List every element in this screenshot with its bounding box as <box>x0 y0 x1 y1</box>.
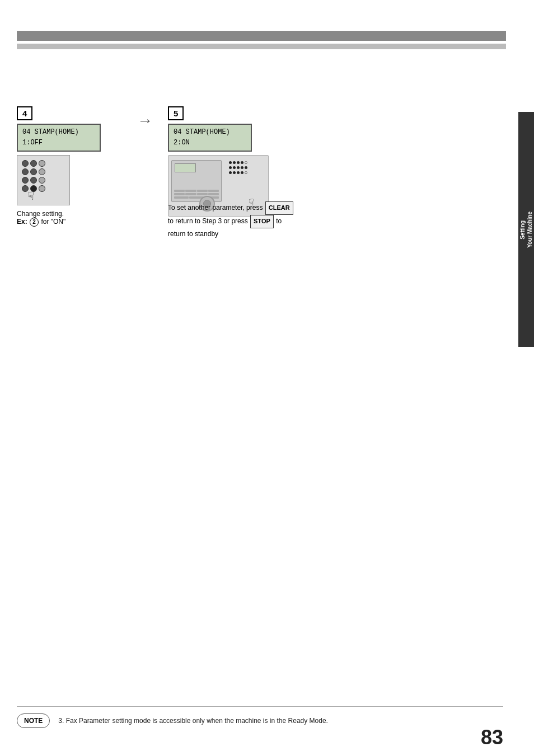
kp-dot <box>22 160 29 167</box>
step4-number-box: 4 <box>17 106 32 120</box>
sm-dot <box>229 161 232 164</box>
stop-button: STOP <box>250 215 274 228</box>
step4-lcd-line1: 04 STAMP(HOME) <box>22 127 95 138</box>
sm-dot <box>245 171 247 174</box>
page-number: 83 <box>481 726 503 749</box>
kp-dot <box>30 177 37 184</box>
sm-dot <box>233 161 236 164</box>
kp-dot <box>22 168 29 175</box>
top-bar <box>17 31 506 41</box>
right-side-tab: SettingYour Machine <box>518 112 534 347</box>
sm-dot <box>233 171 236 174</box>
step5-lcd-line2: 2:ON <box>174 138 246 148</box>
machine-body <box>171 160 222 202</box>
step5-lcd: 04 STAMP(HOME) 2:ON <box>168 124 252 152</box>
kp-dot <box>39 185 45 192</box>
sm-dot <box>241 171 243 174</box>
step4-lcd-line2: 1:OFF <box>22 138 95 148</box>
step4-keypad: ☟ <box>17 155 70 205</box>
step4-caption: Change setting. Ex: 2 for "ON" <box>17 210 140 227</box>
sm-dot <box>237 161 240 164</box>
sm-dot <box>241 166 243 169</box>
note-badge: NOTE <box>17 713 50 728</box>
machine-screen <box>175 163 196 172</box>
hand-cursor-icon: ☟ <box>27 189 34 203</box>
kp-dot <box>30 168 37 175</box>
step-arrow: → <box>137 112 153 130</box>
step5-area: 5 04 STAMP(HOME) 2:ON <box>168 106 347 217</box>
second-bar <box>17 44 506 49</box>
sm-dot <box>237 166 240 169</box>
caption-ex: Ex: <box>17 218 27 226</box>
sm-dot <box>229 166 232 169</box>
right-tab-text: SettingYour Machine <box>519 212 533 248</box>
caption-circle-num: 2 <box>30 218 39 227</box>
kp-dot <box>39 160 45 167</box>
instruction-text: To set another parameter, press CLEAR to… <box>168 201 358 240</box>
note-text: 3. Fax Parameter setting mode is accessi… <box>58 717 328 725</box>
instruction-line1-prefix: To set another parameter, press <box>168 204 265 212</box>
step4-lcd: 04 STAMP(HOME) 1:OFF <box>17 124 101 152</box>
sm-dot <box>229 171 232 174</box>
sm-dot <box>237 171 240 174</box>
kp-dot <box>39 177 45 184</box>
caption-line1: Change setting. <box>17 210 140 218</box>
sm-dot <box>241 161 243 164</box>
sm-dot <box>245 161 247 164</box>
step5-number-box: 5 <box>168 106 184 120</box>
kp-dot <box>30 160 37 167</box>
kp-dot <box>22 177 29 184</box>
sm-dot <box>245 166 247 169</box>
note-section: NOTE 3. Fax Parameter setting mode is ac… <box>17 706 503 728</box>
clear-button: CLEAR <box>265 201 293 215</box>
instruction-line3: return to standby <box>168 230 218 238</box>
sm-dot <box>233 166 236 169</box>
caption-rest: for "ON" <box>41 218 65 226</box>
kp-dot <box>39 168 45 175</box>
instruction-line2-suffix: to <box>274 217 282 225</box>
step5-lcd-line1: 04 STAMP(HOME) <box>174 127 246 138</box>
machine-dots-panel <box>229 161 263 176</box>
instruction-area: To set another parameter, press CLEAR to… <box>168 201 358 240</box>
instruction-line2-prefix: to return to Step 3 or press <box>168 217 250 225</box>
step4-area: 4 04 STAMP(HOME) 1:OFF ☟ Change setting. <box>17 106 140 227</box>
